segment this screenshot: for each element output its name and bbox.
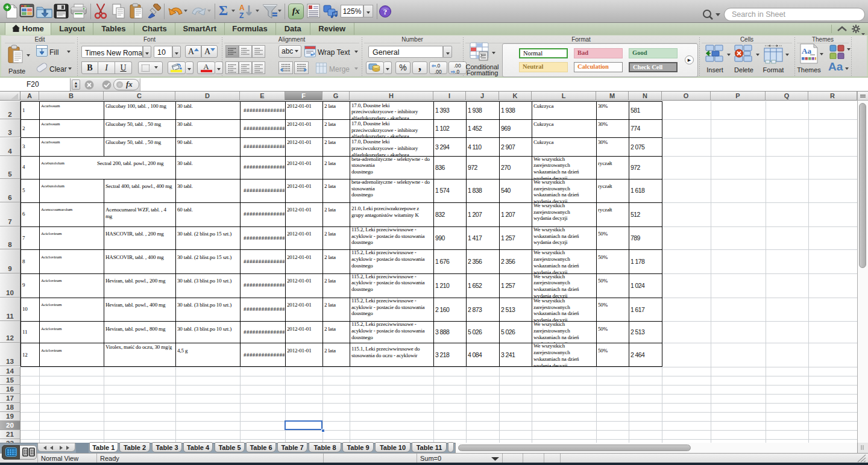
svg-text:Aa: Aa [802, 46, 811, 55]
svg-text:?: ? [383, 7, 388, 16]
svg-text:A: A [239, 4, 245, 12]
svg-text:Z: Z [239, 11, 244, 20]
